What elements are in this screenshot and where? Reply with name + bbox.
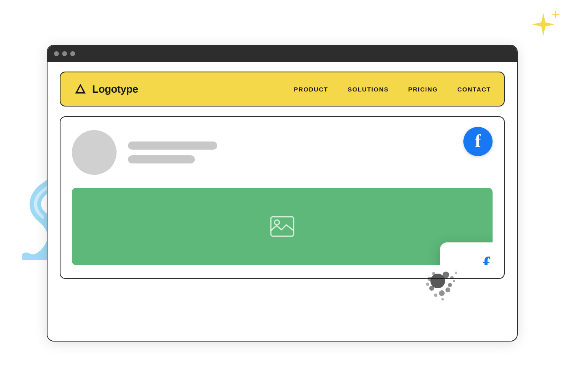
nav-contact[interactable]: CONTACT <box>457 86 491 93</box>
svg-point-3 <box>443 272 449 278</box>
svg-point-15 <box>455 272 457 274</box>
content-card: f f Face <box>60 116 505 279</box>
browser-titlebar <box>48 46 517 62</box>
svg-point-11 <box>432 272 435 275</box>
profile-line-short <box>128 155 195 163</box>
svg-point-6 <box>439 290 445 296</box>
profile-line-long <box>128 141 217 150</box>
logo-text: Logotype <box>92 83 138 96</box>
svg-point-7 <box>428 277 432 281</box>
facebook-circle-f-icon: f <box>475 132 481 150</box>
titlebar-dot-2 <box>62 51 67 56</box>
profile-lines <box>128 141 217 163</box>
nav-product[interactable]: PRODUCT <box>294 86 329 93</box>
svg-point-14 <box>426 283 429 286</box>
decorative-splatter <box>413 257 462 307</box>
svg-point-8 <box>450 276 454 279</box>
svg-rect-0 <box>271 217 294 236</box>
profile-row <box>72 130 493 175</box>
nav-pricing[interactable]: PRICING <box>408 86 438 93</box>
facebook-page-f-icon: f <box>483 254 490 265</box>
svg-point-9 <box>434 294 437 297</box>
navbar: Logotype PRODUCT SOLUTIONS PRICING CONTA… <box>60 72 505 107</box>
svg-point-1 <box>275 220 279 225</box>
facebook-circle-button[interactable]: f <box>463 127 493 156</box>
svg-point-12 <box>453 280 455 282</box>
svg-point-13 <box>441 298 444 300</box>
logo-area: Logotype <box>74 82 138 96</box>
image-block: f Facebook Page <box>72 188 493 265</box>
svg-point-4 <box>429 286 434 291</box>
logo-icon <box>74 82 87 96</box>
svg-point-10 <box>445 287 450 292</box>
nav-solutions[interactable]: SOLUTIONS <box>348 86 389 93</box>
avatar-placeholder <box>72 130 117 175</box>
decorative-stars <box>515 8 564 50</box>
nav-links: PRODUCT SOLUTIONS PRICING CONTACT <box>294 86 491 93</box>
svg-point-5 <box>448 283 452 287</box>
image-placeholder-icon <box>269 215 295 238</box>
titlebar-dot-1 <box>54 51 59 56</box>
titlebar-dot-3 <box>70 51 75 56</box>
